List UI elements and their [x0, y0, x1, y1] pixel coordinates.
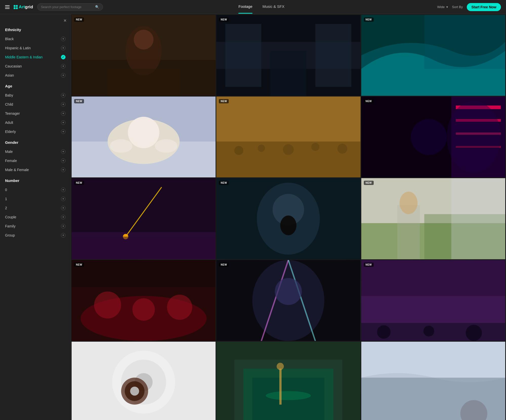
grid-item-6[interactable]: NEW — [361, 97, 505, 177]
hamburger-icon[interactable] — [5, 5, 10, 9]
filter-item-0[interactable]: 0 + — [5, 185, 66, 194]
search-box[interactable]: 🔍 — [37, 3, 103, 11]
add-hispanic-icon[interactable]: + — [61, 46, 66, 50]
new-badge-8: NEW — [219, 181, 229, 185]
add-male-icon[interactable]: + — [61, 149, 66, 154]
filter-item-male-female[interactable]: Male & Female + — [5, 165, 66, 174]
grid-item-15[interactable] — [361, 342, 505, 420]
grid-item-4[interactable]: NEW — [72, 97, 216, 177]
grid-item-7[interactable]: NEW — [72, 178, 216, 259]
grid-item-12[interactable]: NEW — [361, 260, 505, 341]
close-icon[interactable]: × — [64, 18, 67, 24]
grid-item-3[interactable]: NEW — [361, 15, 505, 96]
add-child-icon[interactable]: + — [61, 102, 66, 107]
new-badge-1: NEW — [74, 17, 84, 22]
search-input[interactable] — [41, 5, 93, 9]
grid-item-10[interactable]: NEW — [72, 260, 216, 341]
svg-rect-48 — [451, 178, 505, 259]
filter-item-female[interactable]: Female + — [5, 156, 66, 165]
sort-by[interactable]: Sort By — [452, 5, 463, 9]
header-right: Wide ▾ Sort By Start Free Now — [420, 3, 501, 11]
wide-view-label: Wide — [437, 5, 445, 9]
thumbnail-15-svg — [361, 342, 505, 420]
thumbnail-10-svg — [72, 260, 216, 341]
svg-point-77 — [266, 391, 311, 400]
svg-point-52 — [94, 291, 121, 318]
add-black-icon[interactable]: + — [61, 37, 66, 41]
add-2-icon[interactable]: + — [61, 206, 66, 210]
video-grid: NEW NEW — [71, 14, 506, 420]
ethnicity-heading: Ethnicity — [5, 28, 66, 32]
logo[interactable]: Artgrid — [14, 5, 33, 10]
add-asian-icon[interactable]: + — [61, 73, 66, 78]
grid-item-8[interactable]: NEW — [216, 178, 360, 259]
svg-point-42 — [280, 216, 297, 235]
svg-rect-78 — [279, 369, 282, 405]
add-1-icon[interactable]: + — [61, 197, 66, 201]
filter-item-male[interactable]: Male + — [5, 147, 66, 156]
svg-point-46 — [399, 192, 417, 214]
svg-point-20 — [234, 146, 243, 155]
header: Artgrid 🔍 Footage Music & SFX Wide ▾ Sor… — [0, 0, 506, 14]
add-adult-icon[interactable]: + — [61, 120, 66, 125]
filter-section-number: Number 0 + 1 + 2 + Couple + F — [5, 178, 66, 240]
filter-item-asian[interactable]: Asian + — [5, 71, 66, 80]
new-badge-7: NEW — [74, 181, 84, 185]
new-badge-6: NEW — [364, 99, 374, 103]
grid-item-11[interactable]: NEW — [216, 260, 360, 341]
filter-item-family[interactable]: Family + — [5, 222, 66, 231]
svg-point-63 — [377, 325, 390, 339]
grid-item-2[interactable]: NEW — [216, 15, 360, 96]
filter-item-elderly[interactable]: Elderly + — [5, 127, 66, 136]
thumbnail-3-svg — [361, 15, 505, 96]
svg-point-16 — [110, 139, 132, 153]
main-container: × Ethnicity Black + Hispanic & Latin + M… — [0, 14, 506, 420]
svg-point-79 — [277, 363, 284, 370]
svg-point-59 — [275, 278, 302, 305]
thumbnail-9-svg — [361, 178, 505, 259]
add-family-icon[interactable]: + — [61, 224, 66, 228]
new-badge-12: NEW — [364, 263, 374, 267]
nav-music-sfx[interactable]: Music & SFX — [263, 4, 285, 10]
filter-section-ethnicity: Ethnicity Black + Hispanic & Latin + Mid… — [5, 28, 66, 80]
thumbnail-6-svg — [361, 97, 505, 177]
filter-item-2[interactable]: 2 + — [5, 203, 66, 213]
svg-point-53 — [132, 298, 155, 321]
add-female-icon[interactable]: + — [61, 158, 66, 163]
filter-item-group[interactable]: Group + — [5, 231, 66, 240]
svg-point-17 — [155, 139, 177, 153]
filter-item-baby[interactable]: Baby + — [5, 91, 66, 100]
filter-item-caucasian[interactable]: Caucasian + — [5, 62, 66, 71]
svg-rect-25 — [216, 97, 360, 142]
filter-item-adult[interactable]: Adult + — [5, 118, 66, 127]
add-caucasian-icon[interactable]: + — [61, 64, 66, 68]
grid-item-14[interactable] — [216, 342, 360, 420]
view-toggle[interactable]: Wide ▾ — [437, 5, 448, 9]
filter-item-middle-eastern[interactable]: Middle Eastern & Indian ✓ — [5, 53, 66, 62]
svg-point-21 — [258, 145, 265, 152]
grid-item-13[interactable] — [72, 342, 216, 420]
add-group-icon[interactable]: + — [61, 233, 66, 238]
svg-point-33 — [411, 119, 447, 155]
nav-footage[interactable]: Footage — [238, 4, 252, 10]
filter-item-teenager[interactable]: Teenager + — [5, 109, 66, 118]
thumbnail-13-svg — [72, 342, 216, 420]
svg-point-23 — [311, 143, 320, 151]
add-teenager-icon[interactable]: + — [61, 111, 66, 116]
grid-item-9[interactable]: NEW — [361, 178, 505, 259]
filter-item-couple[interactable]: Couple + — [5, 213, 66, 222]
add-0-icon[interactable]: + — [61, 188, 66, 192]
grid-item-5[interactable]: NEW — [216, 97, 360, 177]
filter-item-hispanic[interactable]: Hispanic & Latin + — [5, 43, 66, 53]
filter-item-child[interactable]: Child + — [5, 100, 66, 109]
filter-item-black[interactable]: Black + — [5, 34, 66, 43]
add-elderly-icon[interactable]: + — [61, 129, 66, 134]
add-male-female-icon[interactable]: + — [61, 168, 66, 172]
add-couple-icon[interactable]: + — [61, 215, 66, 219]
filter-item-1[interactable]: 1 + — [5, 194, 66, 203]
add-middle-eastern-icon[interactable]: ✓ — [61, 55, 66, 59]
add-baby-icon[interactable]: + — [61, 93, 66, 98]
svg-point-24 — [338, 144, 347, 154]
grid-item-1[interactable]: NEW — [72, 15, 216, 96]
start-free-button-header[interactable]: Start Free Now — [467, 3, 501, 11]
